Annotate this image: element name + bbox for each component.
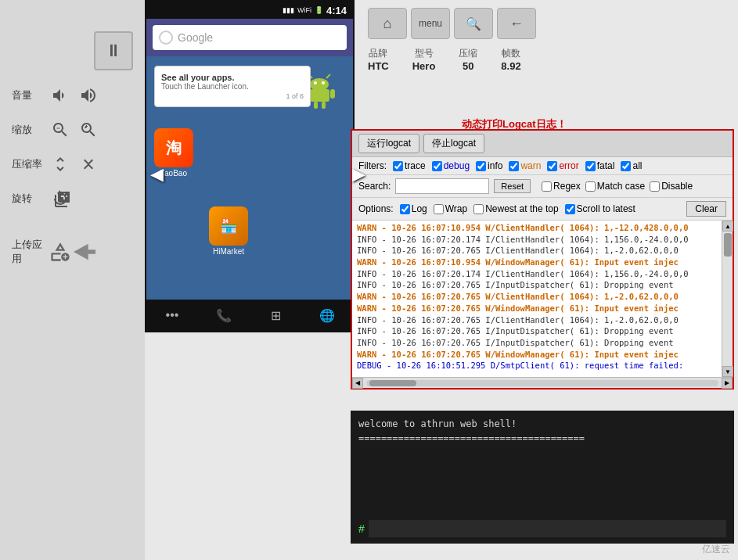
newest-checkbox[interactable] xyxy=(473,204,484,214)
log-line: WARN - 10-26 16:07:20.765 W/ClientHandle… xyxy=(355,291,729,303)
top-controls: ⌂ menu 🔍 ← xyxy=(368,8,536,39)
rotate-label: 旋转 xyxy=(12,192,43,206)
search-nav-button[interactable]: 🔍 xyxy=(454,8,493,39)
zoom-out-button[interactable] xyxy=(49,119,71,141)
volume-label: 音量 xyxy=(12,88,43,102)
svg-point-1 xyxy=(310,78,329,91)
scroll-thumb[interactable] xyxy=(724,233,732,257)
menu-label: menu xyxy=(419,18,442,29)
back-icon: ← xyxy=(509,16,524,32)
disable-checkbox[interactable] xyxy=(650,181,660,192)
debug-label: debug xyxy=(444,160,470,171)
info-checkbox[interactable] xyxy=(476,161,486,171)
compress-button[interactable] xyxy=(49,153,71,175)
frames-value: 8.92 xyxy=(501,60,520,72)
rotate-row: 旋转 xyxy=(0,181,145,216)
volume-row: 音量 xyxy=(0,78,145,113)
device-info: 品牌 HTC 型号 Hero 压缩 50 帧数 8.92 xyxy=(368,47,521,72)
phone-globe-button[interactable]: 🌐 xyxy=(314,303,341,327)
scroll-option[interactable]: Scroll to latest xyxy=(565,203,635,214)
left-sidebar: ⏸ 音量 缩放 压缩率 xyxy=(0,0,145,560)
debug-filter[interactable]: debug xyxy=(432,160,470,171)
upload-button[interactable] xyxy=(49,241,71,263)
disable-option[interactable]: Disable xyxy=(650,181,693,192)
clear-button[interactable]: Clear xyxy=(686,201,726,217)
scrollbar-track xyxy=(366,380,718,386)
volume-up-button[interactable] xyxy=(77,84,99,106)
scrollbar-thumb[interactable] xyxy=(369,380,416,386)
shell-command-input[interactable] xyxy=(369,520,726,537)
debug-checkbox[interactable] xyxy=(432,161,442,171)
warn-checkbox[interactable] xyxy=(509,161,519,171)
zoom-in-button[interactable] xyxy=(77,119,99,141)
zoom-label: 缩放 xyxy=(12,123,43,137)
scroll-down-button[interactable]: ▼ xyxy=(722,366,733,377)
wrap-option[interactable]: Wrap xyxy=(434,203,467,214)
shell-content: welcome to athrun web shell! ===========… xyxy=(351,411,734,458)
start-logcat-button[interactable]: 运行logcat xyxy=(358,134,419,153)
scroll-left-button[interactable]: ◀ xyxy=(352,378,363,389)
regex-checkbox[interactable] xyxy=(542,181,552,192)
phone-nav-left[interactable]: ◀ xyxy=(150,164,164,185)
log-line: INFO - 10-26 16:07:20.765 I/InputDispatc… xyxy=(355,337,729,349)
warn-label: warn xyxy=(520,160,541,171)
all-checkbox[interactable] xyxy=(621,161,631,171)
svg-point-7 xyxy=(314,81,317,84)
trace-filter[interactable]: trace xyxy=(393,160,426,171)
home-nav-button[interactable]: ⌂ xyxy=(368,8,407,39)
expand-button[interactable] xyxy=(77,153,99,175)
fatal-checkbox[interactable] xyxy=(585,161,596,171)
log-line: INFO - 10-26 16:07:20.765 I/InputDispatc… xyxy=(355,279,729,291)
log-line: INFO - 10-26 16:07:20.765 I/ClientHandle… xyxy=(355,314,729,326)
compression-info-value: 50 xyxy=(463,60,473,72)
search-input[interactable] xyxy=(395,178,489,194)
log-line: WARN - 10-26 16:07:10.954 W/ClientHandle… xyxy=(355,222,729,234)
disable-label: Disable xyxy=(661,181,693,192)
phone-time: 4:14 xyxy=(326,5,347,16)
matchcase-checkbox[interactable] xyxy=(585,181,596,192)
log-option[interactable]: Log xyxy=(400,203,427,214)
phone-bottom-bar: ••• 📞 ⊞ 🌐 xyxy=(146,300,353,331)
rotate-button[interactable] xyxy=(49,188,71,210)
scroll-checkbox[interactable] xyxy=(565,204,575,214)
compression-col: 压缩 50 xyxy=(459,47,477,72)
wrap-checkbox[interactable] xyxy=(434,204,444,214)
log-horizontal-scrollbar[interactable]: ◀ ▶ xyxy=(352,377,733,388)
taobao-app-icon[interactable]: 淘 xyxy=(154,128,193,167)
newest-label: Newest at the top xyxy=(485,203,558,214)
wifi-icon: WiFi xyxy=(297,6,311,14)
warn-filter[interactable]: warn xyxy=(509,160,541,171)
phone-dots-button[interactable]: ••• xyxy=(159,303,186,327)
matchcase-option[interactable]: Match case xyxy=(585,181,645,192)
himarket-app-icon[interactable]: 🏪 xyxy=(209,206,248,246)
all-filter[interactable]: all xyxy=(621,160,642,171)
phone-grid-button[interactable]: ⊞ xyxy=(262,303,290,327)
error-checkbox[interactable] xyxy=(547,161,557,171)
reset-button[interactable]: Reset xyxy=(494,179,531,193)
trace-checkbox[interactable] xyxy=(393,161,403,171)
log-checkbox[interactable] xyxy=(400,204,410,214)
trace-label: trace xyxy=(405,160,426,171)
phone-call-button[interactable]: 📞 xyxy=(211,303,238,327)
phone-search-bar[interactable]: Google xyxy=(153,25,347,50)
log-line: INFO - 10-26 16:07:20.765 I/ClientHandle… xyxy=(355,245,729,257)
stop-logcat-button[interactable]: 停止logcat xyxy=(423,134,484,153)
phone-nav-right[interactable]: ▶ xyxy=(352,164,365,185)
pause-button[interactable]: ⏸ xyxy=(94,31,133,70)
fatal-filter[interactable]: fatal xyxy=(585,160,615,171)
regex-option[interactable]: Regex xyxy=(542,181,581,192)
menu-nav-button[interactable]: menu xyxy=(411,8,450,39)
scroll-right-button[interactable]: ▶ xyxy=(722,378,733,389)
back-nav-button[interactable]: ← xyxy=(497,8,536,39)
svg-rect-6 xyxy=(322,102,326,109)
newest-option[interactable]: Newest at the top xyxy=(473,203,558,214)
battery-icon: 🔋 xyxy=(315,6,323,14)
phone-status-bar: ▮▮▮ WiFi 🔋 4:14 xyxy=(146,2,353,19)
info-filter[interactable]: info xyxy=(476,160,502,171)
error-filter[interactable]: error xyxy=(547,160,578,171)
all-label: all xyxy=(632,160,642,171)
scroll-up-button[interactable]: ▲ xyxy=(722,221,733,232)
volume-down-button[interactable] xyxy=(49,84,71,106)
log-vertical-scrollbar[interactable]: ▲ ▼ xyxy=(722,221,733,377)
log-content[interactable]: WARN - 10-26 16:07:10.954 W/ClientHandle… xyxy=(352,221,733,377)
